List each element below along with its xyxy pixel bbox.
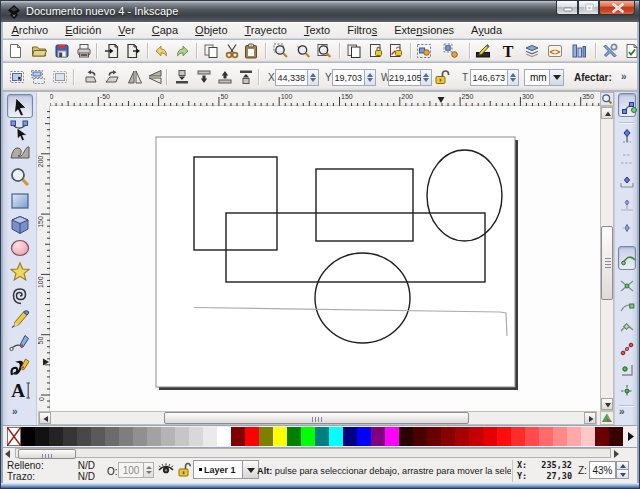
w-field-input[interactable]: 219,105 [388,69,421,86]
import-button[interactable] [104,43,120,59]
menu-texto[interactable]: Texto [295,23,338,37]
maximize-button[interactable] [578,1,599,15]
x-field-input[interactable]: 44,338 [275,69,308,86]
save-button[interactable] [54,43,70,59]
color-swatch[interactable] [399,427,413,446]
lower-bottom-button[interactable] [174,69,190,85]
color-swatch[interactable] [511,427,525,446]
flip-horizontal-button[interactable] [127,69,143,85]
color-swatch[interactable] [455,427,469,446]
color-swatch[interactable] [119,427,133,446]
rotate-cw-button[interactable] [105,69,121,85]
toolbox-overflow-chevron[interactable]: » [12,406,17,417]
paste-button[interactable] [243,43,259,59]
color-swatch[interactable] [259,427,273,446]
color-swatch[interactable] [77,427,91,446]
color-swatch[interactable] [35,427,49,446]
x-field-spinner[interactable] [308,69,319,86]
xml-editor-button[interactable]: <> [547,43,563,59]
color-swatch[interactable] [105,427,119,446]
tool-select-button[interactable] [7,94,33,118]
palette-scroll-left-icon[interactable] [5,450,10,458]
color-swatch[interactable] [301,427,315,446]
tool-tweak-button[interactable] [7,141,33,165]
horizontal-ruler[interactable]: -100-50050100150200250300350 [50,92,600,106]
color-swatch[interactable] [161,427,175,446]
w-field-spinner[interactable] [421,69,432,86]
redo-button[interactable] [175,43,191,59]
color-swatch[interactable] [483,427,497,446]
snap-bbox-centers-button[interactable] [618,220,636,237]
color-swatch[interactable] [427,427,441,446]
color-swatch[interactable] [413,427,427,446]
cut-button[interactable] [224,43,240,59]
palette-scroll-thumb[interactable] [18,449,76,459]
zoom-decrease-button[interactable] [616,470,629,479]
snapbar-overflow-chevron[interactable]: » [619,406,624,417]
color-swatch[interactable] [231,427,245,446]
current-layer-selector[interactable]: Layer 1 [193,460,243,479]
y-field-spinner[interactable] [365,69,376,86]
horizontal-scrollbar[interactable] [38,411,597,425]
palette-scroll-right-icon[interactable] [627,432,635,441]
color-swatch[interactable] [567,427,581,446]
scroll-up-button[interactable] [601,107,613,119]
color-managed-display-toggle[interactable] [600,411,614,425]
ungroup-button[interactable] [443,43,459,59]
snap-bbox-edges-button[interactable] [618,151,636,168]
print-button[interactable] [76,43,92,59]
menu-edicion[interactable]: Edición [57,23,110,37]
select-all-layers-button[interactable] [30,69,46,85]
color-swatch[interactable] [133,427,147,446]
vertical-ruler[interactable]: 050100150200 [38,106,50,411]
color-swatch[interactable] [609,427,623,446]
zoom-input[interactable]: 43% [589,461,616,479]
snap-path-intersections-button[interactable] [618,278,636,295]
title-bar[interactable]: Documento nuevo 4 - Inkscape [1,1,639,22]
duplicate-button[interactable] [346,43,362,59]
raise-button[interactable] [217,69,233,85]
align-button[interactable] [571,43,587,59]
color-swatch[interactable] [329,427,343,446]
color-swatch[interactable] [147,427,161,446]
snap-bbox-corners-button[interactable] [618,174,636,191]
opacity-input[interactable]: 100 [118,462,144,478]
menu-ver[interactable]: Ver [110,23,144,37]
color-swatch[interactable] [357,427,371,446]
lower-button[interactable] [196,69,212,85]
color-swatch[interactable] [539,427,553,446]
color-swatch[interactable] [245,427,259,446]
raise-top-button[interactable] [238,69,254,85]
snap-bbox-midpoints-button[interactable] [618,197,636,214]
zoom-drawing-button[interactable] [295,43,311,59]
palette-scroll-right-arrow-icon[interactable] [614,450,619,458]
minimize-button[interactable] [556,1,578,15]
tool-text-button[interactable]: A [7,378,33,402]
tool-rect-button[interactable] [7,189,33,213]
snap-cusp-nodes-button[interactable] [618,299,636,316]
color-swatch[interactable] [287,427,301,446]
vertical-scrollbar[interactable] [600,106,614,411]
scroll-right-button[interactable] [584,412,596,424]
color-swatch[interactable] [21,427,35,446]
color-swatch[interactable] [175,427,189,446]
menu-capa[interactable]: Capa [143,23,186,37]
controls-overflow-chevron[interactable]: » [621,71,626,82]
color-swatch[interactable] [581,427,595,446]
color-swatch[interactable] [343,427,357,446]
color-swatch[interactable] [91,427,105,446]
menu-extensiones[interactable]: Extensiones [386,23,463,37]
folder-open-button[interactable] [31,43,47,59]
color-swatch[interactable] [497,427,511,446]
tool-pen-button[interactable] [7,331,33,355]
sticky-zoom-icon[interactable] [600,92,614,106]
menu-archivo[interactable]: Archivo [3,23,57,37]
doc-properties-button[interactable] [624,43,640,59]
scroll-down-button[interactable] [601,398,613,410]
snap-enable-button[interactable] [618,93,636,117]
palette-scrollbar[interactable] [3,448,637,459]
close-button[interactable] [599,1,635,15]
preferences-button[interactable] [602,43,618,59]
no-color-swatch[interactable] [7,427,21,446]
color-swatch[interactable] [441,427,455,446]
